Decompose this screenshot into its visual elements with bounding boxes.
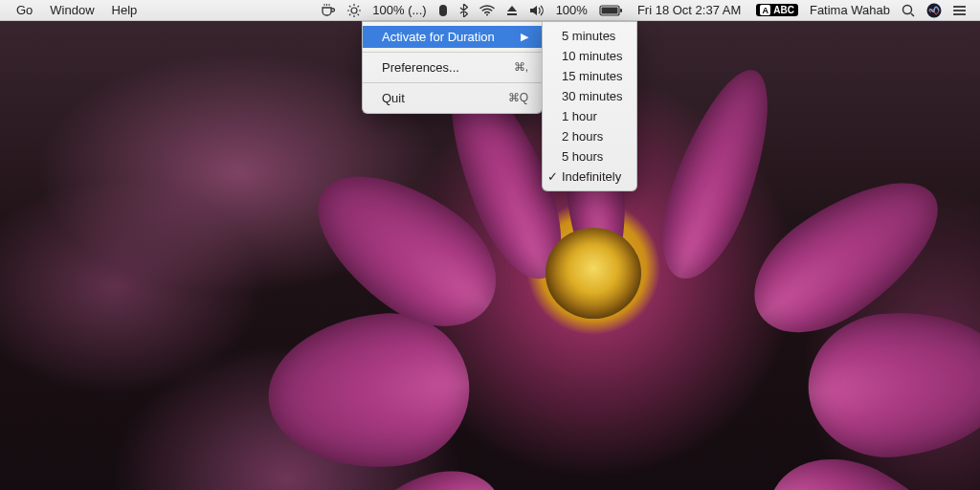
duration-indefinitely[interactable]: ✓ Indefinitely (543, 167, 636, 187)
brightness-icon[interactable] (342, 4, 367, 17)
menubar-left: Go Window Help (8, 0, 145, 21)
input-source[interactable]: AABC (750, 4, 804, 16)
menu-quit-shortcut: ⌘Q (508, 90, 528, 106)
duration-submenu: 5 minutes 10 minutes 15 minutes 30 minut… (542, 21, 637, 191)
menubar-right: 100% (...) 100% Fri 18 Oct 2:37 AM AABC … (315, 3, 972, 18)
duration-label: 5 minutes (562, 28, 615, 44)
svg-point-15 (903, 5, 912, 13)
svg-line-6 (358, 13, 359, 14)
svg-rect-11 (507, 13, 517, 15)
duration-label: Indefinitely (562, 168, 621, 185)
caffeine-icon[interactable] (315, 4, 342, 17)
charge-left-text[interactable]: 100% (...) (367, 3, 432, 17)
menu-activate-label: Activate for Duration (382, 29, 495, 45)
battery-icon[interactable] (593, 5, 628, 16)
menu-window[interactable]: Window (41, 0, 102, 21)
battery-percent-text[interactable]: 100% (550, 3, 593, 17)
svg-rect-9 (439, 5, 447, 16)
duration-label: 30 minutes (562, 88, 623, 104)
duration-label: 15 minutes (562, 68, 623, 84)
duration-label: 5 hours (562, 148, 603, 165)
duration-label: 1 hour (562, 108, 597, 124)
eject-icon[interactable] (501, 5, 523, 16)
svg-point-21 (953, 6, 955, 8)
menu-help[interactable]: Help (103, 0, 146, 21)
svg-rect-14 (620, 9, 622, 12)
duration-15-minutes[interactable]: 15 minutes (543, 66, 636, 86)
svg-point-22 (953, 10, 955, 11)
svg-point-10 (486, 13, 488, 15)
duration-label: 10 minutes (562, 48, 623, 64)
menu-activate-for-duration[interactable]: Activate for Duration ▶ (363, 26, 542, 48)
svg-rect-13 (601, 7, 617, 13)
duration-label: 2 hours (562, 128, 603, 145)
svg-line-16 (911, 13, 914, 16)
mouse-icon[interactable] (433, 4, 454, 17)
menu-go[interactable]: Go (8, 0, 41, 21)
spotlight-search-icon[interactable] (896, 4, 921, 17)
menu-preferences[interactable]: Preferences... ⌘, (363, 56, 542, 78)
menubar: Go Window Help 100% (...) 100% Fri 18 (0, 0, 980, 21)
volume-icon[interactable] (523, 5, 550, 16)
wifi-icon[interactable] (474, 5, 501, 16)
input-source-label: ABC (773, 5, 794, 15)
svg-line-5 (349, 6, 350, 7)
duration-10-minutes[interactable]: 10 minutes (543, 46, 636, 66)
svg-line-7 (349, 13, 350, 14)
submenu-arrow-icon: ▶ (521, 29, 528, 45)
svg-point-0 (351, 8, 357, 13)
user-name[interactable]: Fatima Wahab (804, 3, 896, 17)
siri-icon[interactable] (921, 3, 947, 18)
svg-point-23 (953, 13, 955, 15)
menu-separator (363, 82, 542, 83)
datetime-text[interactable]: Fri 18 Oct 2:37 AM (628, 3, 750, 17)
caffeine-menu: Activate for Duration ▶ Preferences... ⌘… (362, 21, 543, 114)
svg-line-8 (358, 6, 359, 7)
duration-1-hour[interactable]: 1 hour (543, 106, 636, 126)
menu-separator (363, 52, 542, 53)
menu-quit-label: Quit (382, 90, 405, 106)
bluetooth-icon[interactable] (454, 4, 474, 17)
duration-30-minutes[interactable]: 30 minutes (543, 86, 636, 106)
menu-preferences-label: Preferences... (382, 59, 459, 76)
duration-5-minutes[interactable]: 5 minutes (543, 26, 636, 46)
menu-preferences-shortcut: ⌘, (514, 59, 528, 76)
menu-quit[interactable]: Quit ⌘Q (363, 87, 542, 109)
notification-center-icon[interactable] (947, 5, 972, 16)
duration-5-hours[interactable]: 5 hours (543, 146, 636, 167)
duration-2-hours[interactable]: 2 hours (543, 126, 636, 146)
checkmark-icon: ✓ (547, 168, 558, 185)
